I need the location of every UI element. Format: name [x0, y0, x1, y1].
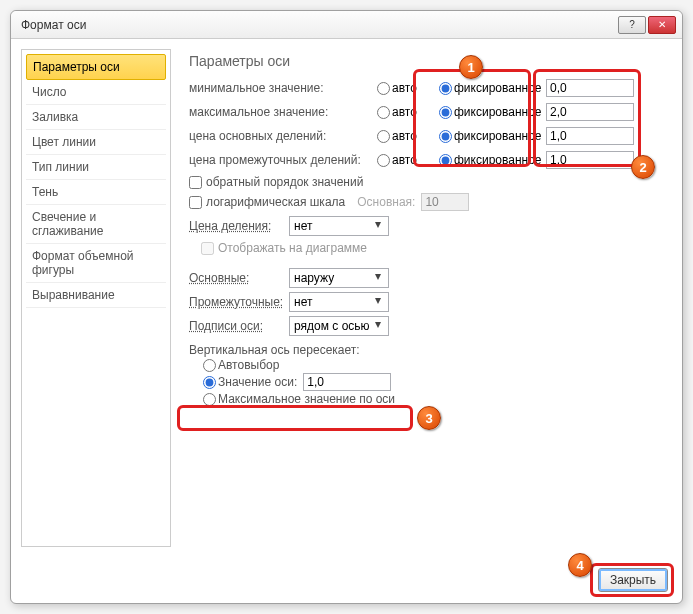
tick-labels-select[interactable]: рядом с осью [289, 316, 389, 336]
minor-fixed-radio[interactable] [439, 154, 452, 167]
sidebar-item-shadow[interactable]: Тень [26, 180, 166, 205]
panel-heading: Параметры оси [189, 53, 664, 69]
display-unit-label: Цена деления: [189, 219, 289, 233]
close-button[interactable]: Закрыть [598, 568, 668, 592]
logscale-checkbox[interactable] [189, 196, 202, 209]
close-window-button[interactable]: ✕ [648, 16, 676, 34]
major-unit-label: цена основных делений: [189, 129, 369, 143]
major-unit-input[interactable] [546, 127, 634, 145]
category-sidebar: Параметры оси Число Заливка Цвет линии Т… [21, 49, 171, 547]
major-tick-select[interactable]: наружу [289, 268, 389, 288]
sidebar-item-line-style[interactable]: Тип линии [26, 155, 166, 180]
max-value-input[interactable] [546, 103, 634, 121]
cross-auto-radio[interactable] [203, 359, 216, 372]
annotation-badge-3: 3 [417, 406, 441, 430]
sidebar-item-number[interactable]: Число [26, 80, 166, 105]
min-fixed-radio[interactable] [439, 82, 452, 95]
sidebar-item-fill[interactable]: Заливка [26, 105, 166, 130]
major-tick-label: Основные: [189, 271, 289, 285]
log-base-input [421, 193, 469, 211]
annotation-box-3 [177, 405, 413, 431]
crosses-header: Вертикальная ось пересекает: [189, 343, 664, 357]
major-fixed-radio[interactable] [439, 130, 452, 143]
minor-tick-select[interactable]: нет [289, 292, 389, 312]
format-axis-dialog: Формат оси ? ✕ Параметры оси Число Залив… [10, 10, 683, 604]
display-unit-select[interactable]: нет [289, 216, 389, 236]
sidebar-item-glow[interactable]: Свечение и сглаживание [26, 205, 166, 244]
window-title: Формат оси [21, 18, 616, 32]
annotation-badge-4: 4 [568, 553, 592, 577]
sidebar-item-align[interactable]: Выравнивание [26, 283, 166, 308]
minor-tick-label: Промежуточные: [189, 295, 289, 309]
cross-value-radio[interactable] [203, 376, 216, 389]
cross-value-input[interactable] [303, 373, 391, 391]
reverse-checkbox[interactable] [189, 176, 202, 189]
main-panel: Параметры оси минимальное значение: авто… [181, 49, 672, 547]
minor-unit-input[interactable] [546, 151, 634, 169]
min-auto-radio[interactable] [377, 82, 390, 95]
titlebar: Формат оси ? ✕ [11, 11, 682, 39]
minor-unit-label: цена промежуточных делений: [189, 153, 369, 167]
minor-auto-radio[interactable] [377, 154, 390, 167]
max-label: максимальное значение: [189, 105, 369, 119]
sidebar-item-axis-options[interactable]: Параметры оси [26, 54, 166, 80]
tick-labels-label: Подписи оси: [189, 319, 289, 333]
help-button[interactable]: ? [618, 16, 646, 34]
dialog-footer: 4 Закрыть [11, 557, 682, 603]
min-value-input[interactable] [546, 79, 634, 97]
cross-max-radio[interactable] [203, 393, 216, 406]
sidebar-item-3d[interactable]: Формат объемной фигуры [26, 244, 166, 283]
sidebar-item-line-color[interactable]: Цвет линии [26, 130, 166, 155]
major-auto-radio[interactable] [377, 130, 390, 143]
max-fixed-radio[interactable] [439, 106, 452, 119]
show-unit-checkbox [201, 242, 214, 255]
min-label: минимальное значение: [189, 81, 369, 95]
max-auto-radio[interactable] [377, 106, 390, 119]
